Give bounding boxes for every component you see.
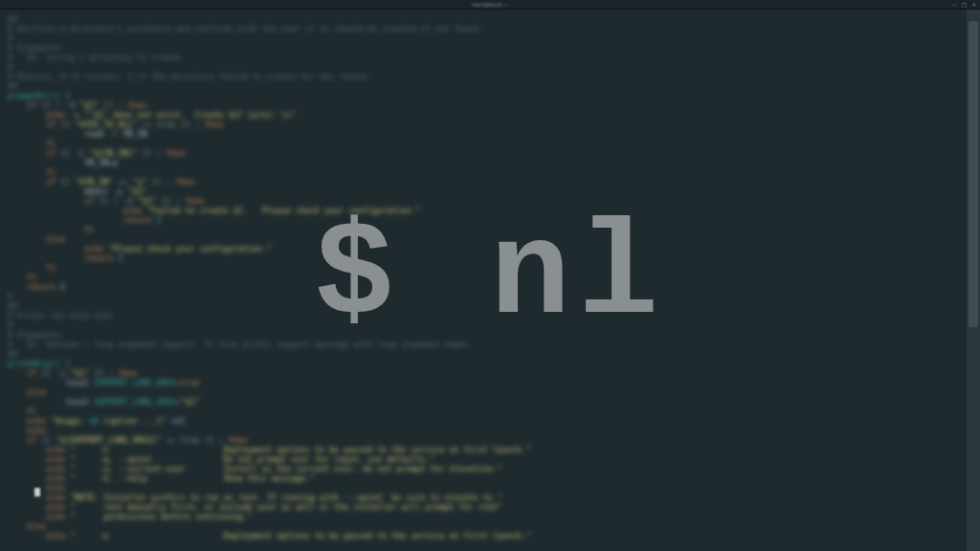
code-line: fi xyxy=(8,264,957,274)
code-line: YN_IN=y xyxy=(8,159,957,168)
code-line: else xyxy=(8,522,957,532)
code-line: echo " permissions before continuing." xyxy=(8,513,957,522)
code-line: local SUPPORT_LONG_ARGS="$1" xyxy=(8,398,957,408)
code-line: # Arguments: xyxy=(8,44,957,54)
code-line: if [[ "${SUPPORT_LONG_ARGS}" == true ]] … xyxy=(8,436,957,446)
maximize-icon[interactable]: □ xyxy=(963,1,967,9)
scrollbar-track[interactable] xyxy=(967,10,980,551)
window-title: root@host:~ xyxy=(471,1,509,8)
code-line: # xyxy=(8,63,957,73)
code-line: printHelp() { xyxy=(8,360,957,369)
code-line: } xyxy=(8,293,957,302)
code-line: # Returns: 0 if success, 1 if the direct… xyxy=(8,73,957,82)
code-line: if [[ ! -d "$1" ]] ; then xyxy=(8,101,957,111)
code-line: if [[ -z "${YN_IN}" ]] ; then xyxy=(8,149,957,159)
code-line: echo xyxy=(8,427,957,436)
code-line: return 0 xyxy=(8,283,957,293)
code-line: fi xyxy=(8,274,957,283)
code-line: echo "Please check your configuration." xyxy=(8,245,957,254)
code-line: ## xyxy=(8,302,957,312)
code-line: echo "Usage: $0 [option ...]" >&2 xyxy=(8,417,957,427)
code-line: echo " -o Deployment options to be passe… xyxy=(8,532,957,541)
code-line: fi xyxy=(8,408,957,417)
code-line: return 1 xyxy=(8,216,957,226)
code-line: echo " -h, --help Show this message." xyxy=(8,474,957,484)
code-line: return 1 xyxy=(8,254,957,264)
code-line: mkdir -p "$1" xyxy=(8,187,957,197)
code-line: echo " -o Deployment options to be passe… xyxy=(8,446,957,455)
code-line: echo " -u, --current-user Install as the… xyxy=(8,465,957,474)
code-line: else xyxy=(8,235,957,245)
scrollbar-thumb[interactable] xyxy=(969,21,978,327)
code-line: if [[ ! -d "$1" ]] ; then xyxy=(8,197,957,207)
code-line: fi xyxy=(8,226,957,235)
code-line: # Arguments: xyxy=(8,331,957,341)
code-line: read -r YN_IN xyxy=(8,130,957,140)
code-line: fi xyxy=(8,168,957,178)
code-line: else xyxy=(8,388,957,398)
window-controls: – □ × xyxy=(952,1,976,9)
code-line: # $1: string | directory to create. xyxy=(8,54,957,63)
code-editor[interactable]: ### Verifies a directory's existence and… xyxy=(0,10,965,551)
code-line: # Prints the help text xyxy=(8,312,957,321)
code-line: if [[ -z "$1" ]] ; then xyxy=(8,369,957,379)
window-titlebar: root@host:~ – □ × xyxy=(0,0,980,10)
code-line: fi xyxy=(8,140,957,149)
code-line: # xyxy=(8,34,957,44)
code-line: if [[ "$YN_IN" == "y" ]] ; then xyxy=(8,178,957,187)
code-line: # xyxy=(8,321,957,331)
code-line: echo xyxy=(8,484,957,494)
code-line: ## xyxy=(8,15,957,25)
code-line: promptDir() { xyxy=(8,92,957,101)
text-cursor xyxy=(34,488,40,496)
code-line: echo "NOTE: Installer prefers to run as … xyxy=(8,494,957,503)
code-line: echo " root manually first, or include u… xyxy=(8,503,957,513)
code-line: echo -e "'$1' does not exist. Create $1?… xyxy=(8,111,957,121)
code-line: # Verifies a directory's existence and c… xyxy=(8,25,957,34)
code-line: local SUPPORT_LONG_ARGS=true xyxy=(8,379,957,388)
code-line: echo " -q, --quiet Do not prompt user fo… xyxy=(8,455,957,465)
close-icon[interactable]: × xyxy=(972,1,976,9)
code-line: # $1: boolean | long argument support. I… xyxy=(8,341,957,350)
minimize-icon[interactable]: – xyxy=(952,1,956,9)
code-line: ## xyxy=(8,350,957,360)
code-line: if [[ "$YES_TO_ALL" == true ]] ; then xyxy=(8,121,957,130)
code-line: ## xyxy=(8,82,957,92)
code-line: echo "Failed to create $1. Please check … xyxy=(8,207,957,216)
